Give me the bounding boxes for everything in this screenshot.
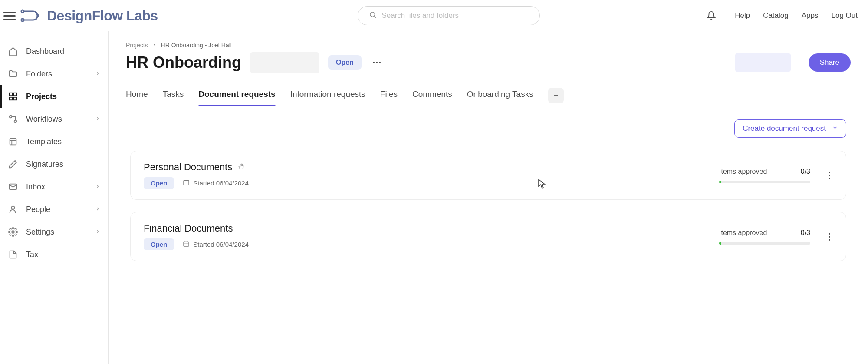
sidebar-item-label: Workflows: [26, 115, 62, 124]
create-document-request-button[interactable]: Create document request: [734, 119, 846, 138]
sidebar: DashboardFoldersProjectsWorkflowsTemplat…: [0, 31, 108, 364]
add-tab-icon[interactable]: [548, 88, 564, 103]
workflow-icon: [8, 114, 18, 124]
chevron-right-icon: [95, 115, 100, 123]
main-content: Projects HR Onboarding - Joel Hall HR On…: [108, 31, 868, 364]
title-placeholder: [250, 52, 319, 73]
sidebar-item-label: Dashboard: [26, 47, 64, 56]
svg-point-10: [14, 120, 17, 123]
home-icon: [8, 46, 18, 56]
card-right: Items approved0/3: [719, 229, 810, 245]
chevron-right-icon: [95, 228, 100, 236]
svg-point-3: [370, 12, 375, 17]
gear-icon: [8, 227, 18, 237]
document-request-card[interactable]: Personal DocumentsOpenStarted 06/04/2024…: [130, 151, 846, 200]
search-icon: [369, 11, 377, 20]
tab-document-requests[interactable]: Document requests: [198, 89, 275, 106]
brand[interactable]: DesignFlow Labs: [20, 7, 158, 24]
sidebar-item-label: Signatures: [26, 160, 63, 169]
items-approved-count: 0/3: [801, 168, 810, 175]
nav-apps[interactable]: Apps: [802, 11, 819, 20]
sidebar-item-projects[interactable]: Projects: [0, 85, 108, 108]
chevron-right-icon: [95, 205, 100, 213]
svg-rect-19: [184, 180, 189, 185]
sidebar-item-signatures[interactable]: Signatures: [0, 153, 108, 175]
card-more-icon[interactable]: [826, 169, 833, 182]
progress-bar: [719, 181, 810, 183]
document-request-list: Personal DocumentsOpenStarted 06/04/2024…: [126, 151, 851, 261]
tab-home[interactable]: Home: [126, 89, 148, 106]
sidebar-item-label: Projects: [26, 92, 57, 101]
topbar: DesignFlow Labs Help Catalog Apps Log Ou…: [0, 0, 868, 31]
card-more-icon[interactable]: [826, 230, 833, 243]
sidebar-item-people[interactable]: People: [0, 198, 108, 221]
pointer-hand-icon: [238, 163, 244, 172]
brand-name: DesignFlow Labs: [47, 8, 158, 24]
chevron-right-icon: [95, 183, 100, 191]
svg-point-15: [11, 206, 14, 209]
chevron-right-icon: [95, 70, 100, 78]
tab-information-requests[interactable]: Information requests: [290, 89, 365, 106]
more-actions-icon[interactable]: [370, 59, 383, 66]
items-approved-count: 0/3: [801, 229, 810, 237]
card-title: Personal Documents: [144, 162, 232, 173]
topbar-center: [193, 6, 706, 25]
sidebar-item-folders[interactable]: Folders: [0, 63, 108, 85]
sidebar-item-templates[interactable]: Templates: [0, 130, 108, 153]
title-row: HR Onboarding Open Share: [126, 52, 851, 73]
sidebar-item-label: Settings: [26, 228, 54, 237]
svg-point-2: [37, 14, 39, 17]
svg-rect-11: [10, 139, 16, 145]
card-left: Financial DocumentsOpenStarted 06/04/202…: [144, 223, 249, 250]
topbar-right: Help Catalog Apps Log Out: [705, 10, 858, 22]
status-badge: Open: [328, 55, 362, 70]
action-row: Create document request: [126, 119, 851, 138]
tab-onboarding-tasks[interactable]: Onboarding Tasks: [467, 89, 533, 106]
calendar-icon: [183, 179, 190, 187]
card-started: Started 06/04/2024: [183, 240, 249, 248]
svg-rect-23: [184, 242, 189, 246]
sidebar-item-label: Tax: [26, 250, 38, 259]
nav-help[interactable]: Help: [735, 11, 750, 20]
hamburger-menu-icon[interactable]: [3, 10, 16, 22]
progress-bar: [719, 242, 810, 245]
items-approved-label: Items approved: [719, 168, 767, 175]
svg-point-1: [21, 19, 24, 21]
card-status-badge: Open: [144, 238, 174, 250]
share-placeholder: [735, 53, 791, 72]
svg-rect-8: [14, 97, 16, 100]
breadcrumb-current: HR Onboarding - Joel Hall: [161, 42, 232, 49]
svg-rect-7: [10, 97, 12, 100]
card-status-badge: Open: [144, 177, 174, 189]
share-button[interactable]: Share: [809, 53, 851, 72]
folder-icon: [8, 69, 18, 79]
card-started-label: Started 06/04/2024: [193, 179, 249, 187]
tab-files[interactable]: Files: [380, 89, 398, 106]
card-left: Personal DocumentsOpenStarted 06/04/2024: [144, 162, 249, 189]
items-approved-label: Items approved: [719, 229, 767, 237]
sidebar-item-label: Templates: [26, 137, 62, 146]
search-wrap: [358, 6, 540, 25]
sidebar-item-tax[interactable]: Tax: [0, 243, 108, 266]
nav-catalog[interactable]: Catalog: [763, 11, 789, 20]
calendar-icon: [183, 240, 190, 248]
notifications-icon[interactable]: [705, 10, 717, 22]
breadcrumb-root[interactable]: Projects: [126, 42, 148, 49]
svg-point-16: [12, 231, 14, 233]
person-icon: [8, 204, 18, 215]
search-input[interactable]: [358, 6, 540, 25]
tab-comments[interactable]: Comments: [412, 89, 452, 106]
svg-rect-5: [10, 93, 12, 96]
sidebar-item-dashboard[interactable]: Dashboard: [0, 40, 108, 63]
sidebar-item-workflows[interactable]: Workflows: [0, 108, 108, 130]
card-right: Items approved0/3: [719, 168, 810, 183]
chevron-right-icon: [152, 42, 157, 49]
tab-tasks[interactable]: Tasks: [163, 89, 184, 106]
sidebar-item-settings[interactable]: Settings: [0, 221, 108, 243]
document-request-card[interactable]: Financial DocumentsOpenStarted 06/04/202…: [130, 212, 846, 261]
nav-logout[interactable]: Log Out: [832, 11, 858, 20]
card-started-label: Started 06/04/2024: [193, 241, 249, 248]
sidebar-item-inbox[interactable]: Inbox: [0, 175, 108, 198]
mail-icon: [8, 182, 18, 192]
sidebar-item-label: Inbox: [26, 182, 45, 192]
